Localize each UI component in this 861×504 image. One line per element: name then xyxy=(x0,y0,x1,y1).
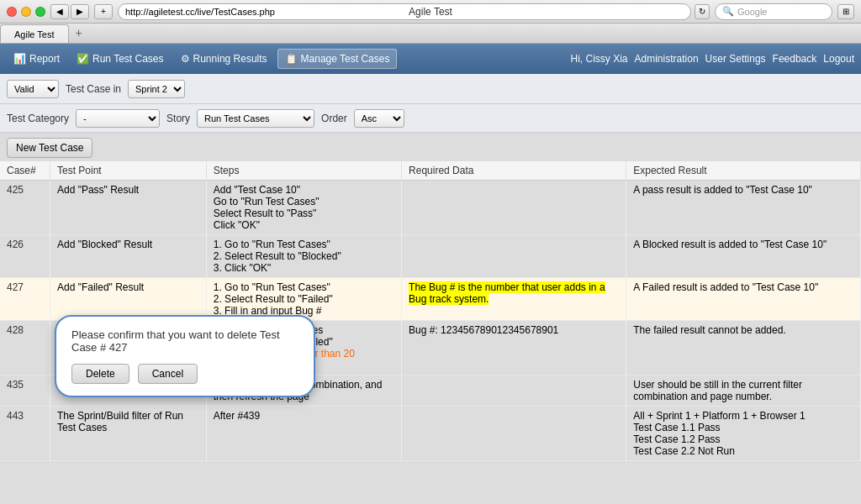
case-425-test-point: Add "Pass" Result xyxy=(50,181,206,235)
filter-bar-1: ValidInvalidAll Test Case in Sprint 2Spr… xyxy=(0,74,861,104)
case-426-exp-result: A Blocked result is added to "Test Case … xyxy=(626,235,861,278)
extension-btn[interactable]: ⊞ xyxy=(837,4,854,19)
confirm-delete-modal: Please confirm that you want to delete T… xyxy=(55,315,315,397)
category-select[interactable]: - xyxy=(76,109,160,128)
close-window-btn[interactable] xyxy=(7,7,17,17)
search-placeholder: Google xyxy=(737,7,767,17)
user-settings-link[interactable]: User Settings xyxy=(705,53,766,65)
maximize-window-btn[interactable] xyxy=(35,7,45,17)
order-label: Order xyxy=(321,113,347,124)
case-435-req-data xyxy=(402,375,626,407)
filter-bar-2: Test Category - Story Run Test Cases Ord… xyxy=(0,104,861,133)
user-greeting: Hi, Cissy Xia xyxy=(571,53,628,65)
admin-link[interactable]: Administration xyxy=(635,53,699,65)
case-426-test-point: Add "Blocked" Result xyxy=(50,235,206,278)
case-427-test-point: Add "Failed" Result xyxy=(50,278,206,321)
case-427-num: 427 xyxy=(0,278,50,321)
url-bar[interactable]: http://agiletest.cc/live/TestCases.php xyxy=(118,3,691,20)
new-test-case-button[interactable]: New Test Case xyxy=(7,138,92,158)
case-427-exp-result: A Failed result is added to "Test Case 1… xyxy=(626,278,861,321)
category-label: Test Category xyxy=(7,113,69,124)
highlighted-req-data: The Bug # is the number that user adds i… xyxy=(409,281,605,305)
nav-report[interactable]: 📊 Report xyxy=(7,50,66,68)
forward-btn[interactable]: ▶ xyxy=(71,4,89,19)
case-443-num: 443 xyxy=(0,407,50,461)
new-browser-tab-btn[interactable]: + xyxy=(69,23,89,43)
case-428-num: 428 xyxy=(0,321,50,375)
url-text: http://agiletest.cc/live/TestCases.php xyxy=(125,7,275,17)
minimize-window-btn[interactable] xyxy=(21,7,31,17)
window-title: Agile Test xyxy=(409,6,452,18)
case-425-steps: Add "Test Case 10" Go to "Run Test Cases… xyxy=(206,181,401,235)
table-row: 427 Add "Failed" Result 1. Go to "Run Te… xyxy=(0,278,861,321)
browser-tab[interactable]: Agile Test xyxy=(0,24,69,43)
case-428-exp-result: The failed result cannot be added. xyxy=(626,321,861,375)
nav-right-section: Hi, Cissy Xia Administration User Settin… xyxy=(571,53,854,65)
report-icon: 📊 xyxy=(13,53,26,65)
running-icon: ⚙ xyxy=(181,53,190,65)
sprint-select[interactable]: Sprint 2Sprint 1Sprint 3 xyxy=(128,80,185,98)
case-425-req-data xyxy=(402,181,626,235)
order-select[interactable]: AscDesc xyxy=(354,109,404,128)
case-425-num: 425 xyxy=(0,181,50,235)
case-428-req-data: Bug #: 123456789012345678901 xyxy=(402,321,626,375)
cancel-button[interactable]: Cancel xyxy=(138,364,198,384)
test-cases-table: Case# Test Point Steps Required Data Exp… xyxy=(0,161,861,461)
col-test-point: Test Point xyxy=(50,161,206,181)
validity-select[interactable]: ValidInvalidAll xyxy=(7,80,59,98)
manage-icon: 📋 xyxy=(285,53,298,65)
story-label: Story xyxy=(166,113,190,124)
col-case-num: Case# xyxy=(0,161,50,181)
nav-running-results[interactable]: ⚙ Running Results xyxy=(174,50,274,68)
story-select[interactable]: Run Test Cases xyxy=(197,109,314,128)
search-icon: 🔍 xyxy=(722,6,734,17)
case-435-exp-result: User should be still in the current filt… xyxy=(626,375,861,407)
nav-run-test-cases[interactable]: ✅ Run Test Cases xyxy=(70,50,171,68)
feedback-link[interactable]: Feedback xyxy=(773,53,817,65)
table-row: 426 Add "Blocked" Result 1. Go to "Run T… xyxy=(0,235,861,278)
case-426-steps: 1. Go to "Run Test Cases" 2. Select Resu… xyxy=(206,235,401,278)
delete-button[interactable]: Delete xyxy=(71,364,129,384)
case-426-num: 426 xyxy=(0,235,50,278)
case-443-test-point: The Sprint/Build filter of Run Test Case… xyxy=(50,407,206,461)
top-navigation: 📊 Report ✅ Run Test Cases ⚙ Running Resu… xyxy=(0,44,861,74)
search-bar[interactable]: 🔍 Google xyxy=(715,3,832,20)
run-icon: ✅ xyxy=(77,53,89,65)
test-case-in-label: Test Case in xyxy=(66,83,121,95)
table-row: 425 Add "Pass" Result Add "Test Case 10"… xyxy=(0,181,861,235)
col-expected-result: Expected Result xyxy=(626,161,861,181)
col-required-data: Required Data xyxy=(402,161,626,181)
back-btn[interactable]: ◀ xyxy=(50,4,69,19)
case-425-exp-result: A pass result is added to "Test Case 10" xyxy=(626,181,861,235)
case-443-steps: After #439 xyxy=(206,407,401,461)
case-443-exp-result: All + Sprint 1 + Platform 1 + Browser 1 … xyxy=(626,407,861,461)
logout-link[interactable]: Logout xyxy=(823,53,854,65)
case-435-num: 435 xyxy=(0,375,50,407)
case-427-steps: 1. Go to "Run Test Cases" 2. Select Resu… xyxy=(206,278,401,321)
refresh-btn[interactable]: ↻ xyxy=(695,4,710,19)
case-443-req-data xyxy=(402,407,626,461)
modal-message: Please confirm that you want to delete T… xyxy=(71,328,298,354)
case-427-req-data: The Bug # is the number that user adds i… xyxy=(402,278,626,321)
table-row: 443 The Sprint/Build filter of Run Test … xyxy=(0,407,861,461)
modal-buttons: Delete Cancel xyxy=(71,364,298,384)
case-426-req-data xyxy=(402,235,626,278)
col-steps: Steps xyxy=(206,161,401,181)
tab-title: Agile Test xyxy=(14,29,55,39)
nav-manage-test-cases[interactable]: 📋 Manage Test Cases xyxy=(277,49,398,69)
new-tab-btn[interactable]: + xyxy=(94,4,113,19)
